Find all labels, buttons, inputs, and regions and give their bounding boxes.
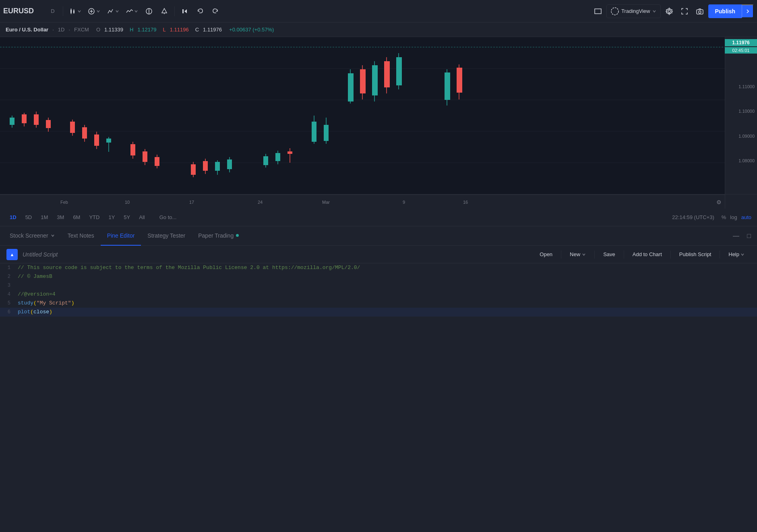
period-6m[interactable]: 6M — [69, 212, 84, 223]
ohlc-interval: 1D — [58, 27, 65, 33]
time-label-mar: Mar — [322, 200, 330, 205]
goto-button[interactable]: Go to... — [155, 212, 181, 223]
undo-icon — [196, 8, 204, 15]
symbol-label[interactable]: EURUSD — [3, 7, 39, 15]
period-ytd[interactable]: YTD — [85, 212, 103, 223]
publish-dropdown-button[interactable] — [742, 4, 754, 18]
line-content-1: // This source code is subject to the te… — [16, 263, 757, 272]
period-3m[interactable]: 3M — [53, 212, 68, 223]
period-1y[interactable]: 1Y — [104, 212, 119, 223]
code-line-5: 5 study("My Script") — [0, 299, 757, 308]
chevron-down-icon — [740, 253, 745, 257]
svg-rect-33 — [70, 122, 75, 133]
tabs-bar: Stock Screener Text Notes Pine Editor St… — [0, 226, 757, 246]
time-label-16: 16 — [463, 200, 468, 205]
rectangle-tool-button[interactable] — [591, 4, 605, 18]
high-label: H — [130, 27, 133, 33]
screenshot-button[interactable] — [693, 4, 707, 18]
log-button[interactable]: log — [730, 214, 737, 220]
period-bar: 1D 5D 1M 3M 6M YTD 1Y 5Y All Go to... 22… — [0, 209, 757, 226]
svg-rect-3 — [73, 10, 74, 13]
tab-text-notes[interactable]: Text Notes — [61, 226, 101, 246]
candle-21 — [360, 65, 366, 99]
candle-11 — [155, 155, 159, 168]
add-indicator-button[interactable] — [85, 4, 103, 18]
ohlc-source: FXCM — [74, 27, 89, 33]
price-level-2: 1.10000 — [728, 109, 755, 114]
low-label: L — [163, 27, 165, 33]
top-toolbar: EURUSD D — [0, 0, 757, 23]
candle-7 — [94, 132, 99, 149]
minimize-button[interactable]: — — [731, 231, 741, 241]
publish-script-button[interactable]: Publish Script — [673, 248, 717, 261]
svg-rect-31 — [46, 120, 51, 128]
add-to-chart-button[interactable]: Add to Chart — [627, 248, 668, 261]
publish-button[interactable]: Publish — [708, 4, 742, 18]
save-button[interactable]: Save — [597, 248, 621, 261]
maximize-button[interactable]: □ — [744, 231, 754, 241]
line-number-2: 2 — [0, 272, 16, 281]
chart-container[interactable]: 1.11976 02:45:01 1.11000 1.10000 1.09000… — [0, 37, 757, 194]
tradingview-button[interactable]: TradingView — [606, 4, 661, 18]
candle-9 — [130, 142, 135, 159]
time-display: 22:14:59 (UTC+3) — [672, 214, 714, 220]
chart-settings-icon[interactable]: ⚙ — [716, 199, 722, 205]
tradingview-label: TradingView — [621, 8, 650, 14]
settings-button[interactable] — [662, 4, 676, 18]
svg-rect-43 — [143, 151, 147, 162]
time-axis-spacer — [725, 195, 757, 209]
line-content-6: plot(close) — [16, 308, 757, 317]
percent-button[interactable]: % — [722, 214, 726, 220]
open-label: O — [96, 27, 100, 33]
code-line-6: 6 plot(close) — [0, 308, 757, 317]
alert-button[interactable] — [157, 4, 171, 18]
chart-type-button[interactable] — [66, 4, 84, 18]
code-editor[interactable]: 1 // This source code is subject to the … — [0, 263, 757, 532]
drawing-tools-button[interactable] — [104, 4, 122, 18]
help-button[interactable]: Help — [722, 248, 751, 261]
period-5d[interactable]: 5D — [21, 212, 36, 223]
compare-button[interactable] — [142, 4, 156, 18]
svg-rect-63 — [324, 125, 329, 141]
tab-strategy-tester[interactable]: Strategy Tester — [141, 226, 192, 246]
undo-button[interactable] — [193, 4, 207, 18]
open-button[interactable]: Open — [534, 248, 558, 261]
tab-pine-editor[interactable]: Pine Editor — [101, 226, 141, 246]
redo-button[interactable] — [209, 4, 222, 18]
svg-rect-67 — [360, 69, 366, 93]
fullscreen-button[interactable] — [678, 4, 691, 18]
candle-18 — [312, 116, 316, 144]
redo-icon — [212, 8, 219, 15]
svg-point-15 — [611, 8, 618, 15]
ohlc-bar: Euro / U.S. Dollar · 1D · FXCM O 1.11339… — [0, 23, 757, 37]
editor-sep-1 — [561, 250, 561, 259]
svg-rect-73 — [396, 57, 402, 85]
period-all[interactable]: All — [135, 212, 149, 223]
candle-4 — [46, 118, 51, 132]
editor-sep-4 — [670, 250, 671, 259]
tab-paper-trading[interactable]: Paper Trading — [192, 226, 245, 246]
tab-stock-screener[interactable]: Stock Screener — [3, 226, 61, 246]
candle-12 — [191, 162, 196, 177]
chevron-down-icon — [96, 9, 100, 13]
add-indicator-icon — [88, 8, 95, 15]
candle-22 — [372, 61, 378, 101]
sep-2 — [174, 6, 175, 16]
line-content-5: study("My Script") — [16, 299, 757, 308]
period-5y[interactable]: 5Y — [120, 212, 134, 223]
line-number-1: 1 — [0, 263, 16, 272]
period-1m[interactable]: 1M — [37, 212, 52, 223]
candle-6 — [82, 125, 87, 142]
editor-buttons: Open New Save Add to Chart Publish Scrip… — [534, 248, 751, 261]
period-1d[interactable]: 1D — [6, 212, 21, 223]
indicators-button[interactable] — [123, 4, 141, 18]
interval-button[interactable]: D — [46, 4, 60, 18]
candle-16 — [263, 154, 268, 168]
chart-svg[interactable] — [0, 37, 725, 194]
auto-button[interactable]: auto — [741, 214, 751, 220]
alert-icon — [161, 8, 168, 15]
new-button[interactable]: New — [564, 248, 592, 261]
time-axis: Feb 10 17 24 Mar 9 16 ⚙ — [0, 195, 725, 209]
current-price-label: 1.11976 — [725, 39, 757, 46]
replay-button[interactable] — [178, 4, 192, 18]
